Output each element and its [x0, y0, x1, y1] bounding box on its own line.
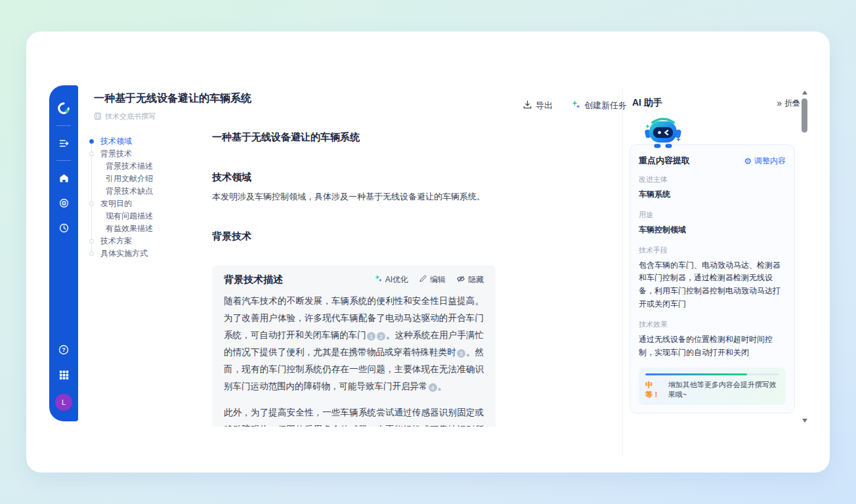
key-content-extraction-card: 重点内容提取 ⚙ 调整内容 改进主体车辆系统用途车辆控制领域技术手段包含车辆的车… — [630, 144, 795, 413]
scroll-up-arrow[interactable] — [802, 91, 807, 94]
edit-button[interactable]: 编辑 — [419, 274, 446, 285]
outline-dot — [89, 139, 94, 144]
outline-item[interactable]: 技术方案 — [89, 235, 211, 247]
ai-optimize-button[interactable]: AI优化 — [374, 274, 408, 285]
extraction-field: 用途车辆控制领域 — [639, 210, 786, 237]
field-label: 改进主体 — [639, 175, 786, 184]
export-label: 导出 — [536, 100, 553, 112]
pencil-icon — [419, 274, 427, 285]
field-value: 车辆系统 — [639, 188, 786, 201]
hide-label: 隐藏 — [468, 274, 484, 285]
outline-item[interactable]: 背景技术描述 — [89, 160, 211, 173]
extraction-field: 技术效果通过无线设备的位置检测和超时时间控制，实现车门的自动打开和关闭 — [639, 320, 786, 360]
outline-item-label: 现有问题描述 — [106, 211, 153, 222]
assistant-title: AI 助手 — [632, 97, 777, 109]
field-label: 技术手段 — [639, 245, 786, 255]
export-button[interactable]: 导出 — [523, 100, 553, 112]
section-heading: 背景技术 — [212, 230, 496, 243]
background-description-card: 背景技术描述 AI优化 编辑 — [212, 265, 496, 427]
document-outline: 技术领域背景技术背景技术描述引用文献介绍背景技术缺点发明目的现有问题描述有益效果… — [89, 135, 211, 260]
home-icon[interactable] — [56, 171, 71, 185]
help-icon[interactable]: ? — [56, 343, 71, 357]
outline-item[interactable]: 背景技术缺点 — [89, 185, 211, 198]
section-heading: 技术领域 — [212, 171, 496, 184]
quality-grade: 中等！ — [645, 380, 664, 400]
ai-assistant-panel: AI 助手 » 折叠 — [622, 88, 830, 455]
history-icon[interactable] — [56, 220, 71, 235]
collapse-menu-icon[interactable] — [56, 136, 71, 150]
scroll-down-arrow[interactable] — [802, 419, 807, 423]
card-paragraph: 随着汽车技术的不断发展，车辆系统的便利性和安全性日益提高。为了改善用户体验，许多… — [224, 293, 484, 395]
sparkles-icon — [374, 274, 383, 285]
field-label: 用途 — [639, 210, 786, 220]
outline-item[interactable]: 技术领域 — [89, 135, 211, 148]
field-value: 包含车辆的车门、电动致动马达、检测器和车门控制器，通过检测器检测无线设备，利用车… — [639, 259, 786, 311]
card-title: 背景技术描述 — [224, 274, 374, 286]
quality-progress-fill — [645, 373, 747, 375]
card-paragraphs: 随着汽车技术的不断发展，车辆系统的便利性和安全性日益提高。为了改善用户体验，许多… — [224, 293, 484, 427]
quality-status-box: 中等！ 增加其他等更多内容会提升撰写效果哦~ — [639, 368, 786, 405]
app-logo-icon[interactable] — [56, 101, 71, 116]
extraction-field: 技术手段包含车辆的车门、电动致动马达、检测器和车门控制器，通过检测器检测无线设备… — [639, 245, 786, 311]
double-chevron-right-icon: » — [777, 99, 782, 107]
citation-badge[interactable]: 4 — [429, 383, 437, 392]
outline-item-label: 背景技术缺点 — [106, 186, 153, 197]
outline-item[interactable]: 引用文献介绍 — [89, 173, 211, 185]
outline-item-label: 技术方案 — [100, 236, 132, 247]
document-title: 一种基于无线设备避让的车辆系统 — [212, 131, 496, 144]
svg-text:?: ? — [62, 346, 66, 353]
apps-grid-icon[interactable] — [56, 368, 71, 382]
field-value: 车辆控制领域 — [639, 224, 786, 237]
field-value: 通过无线设备的位置检测和超时时间控制，实现车门的自动打开和关闭 — [639, 333, 786, 360]
card-paragraph: 此外，为了提高安全性，一些车辆系统尝试通过传感器识别固定或移动障碍物，但即使采用… — [224, 404, 484, 427]
document-body: 一种基于无线设备避让的车辆系统 技术领域 本发明涉及车辆控制领域，具体涉及一种基… — [212, 130, 496, 427]
extraction-field: 改进主体车辆系统 — [639, 175, 786, 201]
section-paragraph: 本发明涉及车辆控制领域，具体涉及一种基于无线设备避让的车辆系统。 — [212, 190, 496, 204]
outline-item-label: 有益效果描述 — [106, 223, 153, 234]
gear-icon: ⚙ — [744, 157, 752, 165]
outline-item-label: 具体实施方式 — [100, 248, 148, 259]
citation-badge[interactable]: 2 — [377, 332, 385, 341]
sidebar-divider — [56, 160, 71, 161]
extraction-fields: 改进主体车辆系统用途车辆控制领域技术手段包含车辆的车门、电动致动马达、检测器和车… — [639, 175, 786, 359]
adjust-content-label: 调整内容 — [754, 156, 786, 167]
doc-type-label: 技术交底书撰写 — [105, 112, 156, 121]
adjust-content-button[interactable]: ⚙ 调整内容 — [744, 156, 786, 167]
desktop-background: ? L 一种基于无线设备避让的车辆系统 技术交底书撰写 导出 — [0, 0, 856, 504]
extraction-title: 重点内容提取 — [639, 155, 744, 167]
outline-dot — [89, 251, 94, 256]
outline-item[interactable]: 现有问题描述 — [89, 210, 211, 222]
hide-button[interactable]: 隐藏 — [456, 274, 484, 285]
robot-mascot-icon — [644, 114, 830, 154]
eye-off-icon — [456, 274, 465, 285]
outline-item-label: 发明目的 — [100, 198, 132, 209]
collapse-panel-button[interactable]: » 折叠 — [777, 98, 800, 109]
outline-item-label: 背景技术描述 — [106, 161, 153, 172]
header-actions: 导出 创建新任务 — [523, 100, 627, 112]
ai-optimize-label: AI优化 — [385, 274, 408, 285]
broadcast-icon[interactable] — [56, 196, 71, 210]
document-header: 一种基于无线设备避让的车辆系统 技术交底书撰写 — [94, 92, 251, 121]
citation-badge[interactable]: 3 — [457, 349, 465, 358]
citation-badge[interactable]: 1 — [367, 332, 375, 341]
outline-item[interactable]: 有益效果描述 — [89, 222, 211, 235]
create-task-button[interactable]: 创建新任务 — [571, 100, 627, 112]
outline-dot — [89, 201, 94, 206]
book-icon — [94, 112, 102, 121]
collapse-label: 折叠 — [784, 98, 800, 109]
outline-item[interactable]: 具体实施方式 — [89, 247, 211, 260]
outline-item-label: 背景技术 — [100, 148, 132, 159]
page-title: 一种基于无线设备避让的车辆系统 — [94, 92, 251, 106]
doc-type-tag: 技术交底书撰写 — [94, 112, 251, 121]
outline-item[interactable]: 发明目的 — [89, 198, 211, 210]
user-avatar[interactable]: L — [55, 394, 72, 411]
sparkles-icon — [571, 100, 581, 112]
outline-dot — [89, 239, 94, 243]
outline-item-label: 引用文献介绍 — [106, 173, 153, 184]
outline-item-label: 技术领域 — [100, 136, 132, 147]
field-label: 技术效果 — [639, 320, 786, 329]
app-window: ? L 一种基于无线设备避让的车辆系统 技术交底书撰写 导出 — [26, 32, 830, 472]
outline-item[interactable]: 背景技术 — [89, 148, 211, 160]
main-sidebar: ? L — [49, 85, 78, 421]
card-actions: AI优化 编辑 隐藏 — [374, 274, 484, 285]
